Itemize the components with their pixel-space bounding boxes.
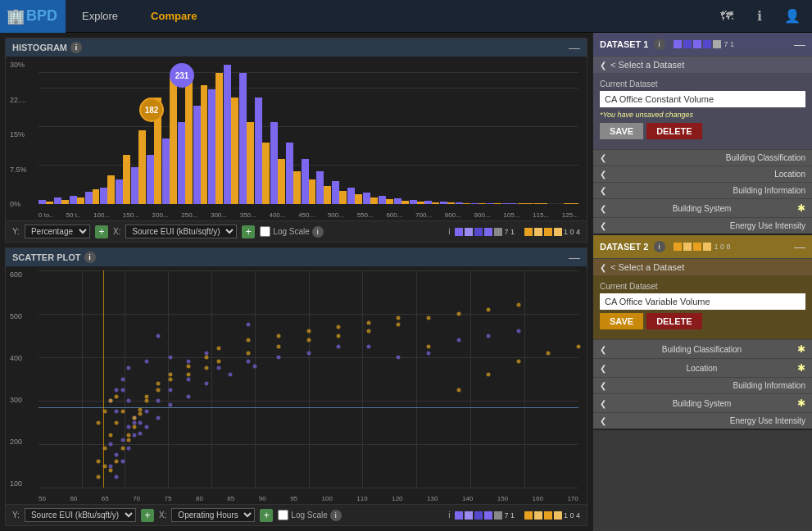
scatter-dot-yellow [187,373,191,377]
hist-bar-yellow [138,130,146,204]
hist-bar-purple [147,155,154,204]
scatter-legend-i: i [448,511,450,520]
hist-bar-purple [487,203,494,204]
scatter-y-plus[interactable]: + [141,509,154,522]
hist-bar-yellow [93,189,100,204]
hist-bar-yellow [386,199,393,204]
dataset2-location[interactable]: ❮ Location ✱ [593,358,812,377]
dataset1-location[interactable]: ❮ Location [593,166,812,182]
scatter-logscale-info[interactable]: i [330,510,342,521]
legend-num-p: 7 1 [504,228,515,236]
scatter-dot-yellow [120,410,125,414]
hist-bar-yellow [309,179,316,204]
dataset1-info-icon[interactable]: i [654,39,665,50]
dataset2-minimize[interactable]: — [794,240,805,253]
dataset2-energy-use[interactable]: ❮ Energy Use Intensity [593,412,812,429]
nav-explore[interactable]: Explore [66,0,134,33]
hist-x-plus[interactable]: + [242,225,255,238]
dataset1-select-row[interactable]: ❮ < Select a Dataset [593,56,812,73]
dataset1-building-system[interactable]: ❮ Building System ✱ [593,198,812,217]
scatter-info-icon[interactable]: i [84,252,96,263]
hist-bar-group [302,159,316,204]
scatter-dot-purple [126,424,130,429]
scatter-dot-yellow [547,351,551,355]
dataset1-building-info[interactable]: ❮ Building Information [593,182,812,198]
dataset1-minimize[interactable]: — [794,38,805,51]
hist-y-plus[interactable]: + [95,225,108,238]
ds2-location-label: Location [687,364,718,373]
logscale-input[interactable] [260,226,270,237]
ds2-loc-asterisk: ✱ [797,362,805,374]
scatter-dot-purple [397,356,401,360]
dataset2-building-info[interactable]: ❮ Building Information [593,377,812,393]
scatter-y-select[interactable]: Source EUI (kBtu/sqft/y) [25,508,136,522]
scatter-x-select[interactable]: Operating Hours [171,508,255,522]
hist-bar-group [471,203,486,204]
dataset1-building-classification[interactable]: ❮ Building Classification [593,149,812,166]
nav-links: Explore Compare [66,0,213,33]
dataset2-save-btn[interactable]: SAVE [600,313,643,329]
scatter-dot-purple [187,377,191,381]
histogram-header: HISTOGRAM i — [6,39,587,57]
scatter-dot-yellow [397,316,401,320]
scatter-dot-yellow [337,334,341,338]
scatter-dot-purple [426,351,430,355]
scatter-logscale-label: Log Scale [291,511,327,520]
scatter-dot-purple [247,360,251,364]
scatter-dot-yellow [97,420,101,424]
hist-bar-yellow [533,203,548,204]
nav-compare[interactable]: Compare [134,0,213,33]
dataset2-block: DATASET 2 i 1 0 8 — ❮ < Select a Dataset… [593,235,812,430]
histogram-minimize[interactable]: — [569,42,580,53]
user-icon[interactable]: 👤 [781,5,804,28]
dataset2-building-classification[interactable]: ❮ Building Classification ✱ [593,339,812,358]
scatter-dot-purple [187,360,191,364]
hist-bar-yellow [401,201,409,204]
scatter-dot-purple [157,334,161,338]
hist-bar-purple [316,171,324,204]
histogram-title: HISTOGRAM i [12,42,82,53]
dataset2-building-system[interactable]: ❮ Building System ✱ [593,393,812,412]
dataset2-squares: 1 0 8 [674,243,731,251]
dataset2-body: Current Dataset SAVE DELETE [593,275,812,339]
dataset1-energy-use[interactable]: ❮ Energy Use Intensity [593,217,812,234]
dataset1-name-input[interactable] [600,91,805,107]
dataset1-body: Current Dataset *You have unsaved change… [593,73,812,149]
dataset2-info-icon[interactable]: i [654,241,665,252]
scatter-controls: Y: Source EUI (kBtu/sqft/y) + X: Operati… [6,504,587,525]
hist-bar-group [224,65,238,204]
hist-logscale-checkbox[interactable]: Log Scale i [260,226,323,238]
hist-bar-purple [193,106,201,204]
scatter-minimize[interactable]: — [569,252,580,263]
map-icon[interactable]: 🗺 [715,5,738,28]
dataset2-delete-btn[interactable]: DELETE [646,313,701,329]
info-icon[interactable]: ℹ [748,5,771,28]
hist-bar-group [116,155,130,204]
scatter-logscale-checkbox[interactable]: Log Scale i [278,510,341,521]
logscale-info-icon[interactable]: i [312,226,324,238]
hist-bar-group [85,189,100,204]
hist-y-select[interactable]: Percentage [25,225,90,238]
scatter-dot-yellow [102,464,107,468]
scatter-dot-purple [115,388,119,392]
dataset1-block: DATASET 1 i 7 1 — ❮ < Select a Dataset C… [593,33,812,235]
dataset1-save-btn[interactable]: SAVE [600,123,643,139]
hist-x-select[interactable]: Source EUI (kBtu/sqft/y) [125,225,237,238]
legend-sq-y4 [554,228,562,236]
hist-bar-purple [239,73,247,204]
sg-v7 [362,270,363,488]
dataset1-delete-btn[interactable]: DELETE [646,123,701,139]
scatter-dot-purple [157,416,161,420]
scatter-logscale-input[interactable] [278,510,288,520]
dataset2-name-input[interactable] [600,293,805,310]
scatter-chart-area: 600 500 400 300 200 100 [6,266,587,504]
hist-bar-group [410,200,424,204]
histogram-info-icon[interactable]: i [70,42,82,53]
dataset2-select-row[interactable]: ❮ < Select a Dataset [593,258,812,275]
bubble-231: 231 [170,63,194,88]
scatter-x-plus[interactable]: + [260,509,273,522]
scatter-dot-yellow [187,364,191,368]
scatter-dot-purple [306,351,311,355]
hist-bar-purple [131,167,138,204]
hist-bar-group [394,198,409,204]
